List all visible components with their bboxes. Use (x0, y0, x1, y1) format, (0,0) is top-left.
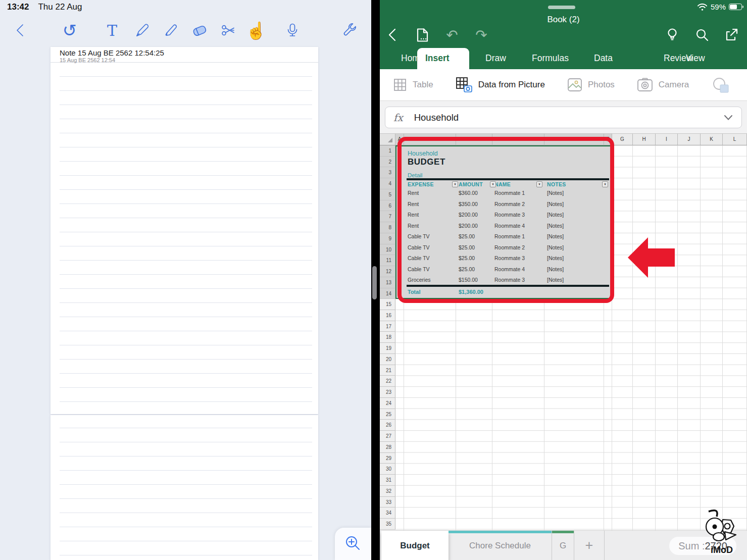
red-highlight-rectangle (397, 137, 614, 303)
row-header[interactable]: 10 (380, 244, 395, 256)
row-header[interactable]: 4 (380, 178, 395, 189)
note-page-1[interactable]: Note 15 Aug BE 2562 12:54:25 15 Aug BE 2… (51, 47, 318, 414)
row-header[interactable]: 15 (380, 299, 395, 310)
column-header[interactable]: J (678, 134, 701, 145)
row-header[interactable]: 22 (380, 376, 395, 387)
column-header[interactable]: L (723, 134, 747, 145)
column-header[interactable]: K (701, 134, 723, 145)
imod-watermark: iMoD (703, 504, 743, 556)
zoom-in-button[interactable] (335, 528, 371, 560)
row-header[interactable]: 3 (380, 167, 395, 178)
sheet-tab[interactable]: G (552, 531, 574, 560)
row-header[interactable]: 16 (380, 310, 395, 321)
ribbon-tab[interactable]: Draw (479, 48, 516, 69)
row-header[interactable]: 28 (380, 442, 395, 453)
text-tool-icon[interactable]: T (101, 18, 124, 42)
row-header[interactable]: 34 (380, 507, 395, 519)
row-header[interactable]: 20 (380, 354, 395, 365)
back-icon[interactable] (9, 18, 32, 42)
row-header[interactable]: 29 (380, 453, 395, 464)
select-all-corner[interactable] (380, 134, 395, 145)
shapes-tool[interactable] (711, 76, 731, 93)
row-header[interactable]: 6 (380, 200, 395, 212)
redo-icon[interactable]: ↷ (470, 24, 493, 46)
row-header[interactable]: 1 (380, 145, 395, 157)
share-icon[interactable] (720, 24, 743, 46)
camera-icon (637, 78, 653, 92)
row-header[interactable]: 9 (380, 233, 395, 244)
hand-select-icon[interactable]: ☝ (244, 18, 268, 42)
row-header[interactable]: 35 (380, 519, 395, 530)
row-header[interactable]: 21 (380, 365, 395, 376)
row-header[interactable]: 5 (380, 189, 395, 200)
row-header[interactable]: 13 (380, 277, 395, 288)
row-header[interactable]: 8 (380, 222, 395, 233)
row-header[interactable]: 17 (380, 321, 395, 332)
highlighter-icon[interactable] (160, 18, 183, 42)
spreadsheet-grid: ABCDEFGHIJKL 123456789101112131415161718… (380, 134, 747, 530)
back-icon[interactable] (381, 24, 404, 46)
row-header[interactable]: 12 (380, 266, 395, 277)
formula-bar: fx Household (380, 101, 747, 134)
row-header[interactable]: 27 (380, 431, 395, 442)
column-header[interactable]: H (633, 134, 656, 145)
ribbon-tab[interactable]: View (680, 48, 701, 69)
row-header[interactable]: 31 (380, 475, 395, 486)
add-sheet-button[interactable]: + (574, 531, 605, 560)
lightbulb-icon[interactable] (661, 24, 684, 46)
shapes-icon (711, 76, 731, 93)
notes-app-pane: 13:42Thu 22 Aug ↺ T ☝ Note 15 Au (0, 0, 371, 560)
row-header[interactable]: 32 (380, 486, 395, 497)
ribbon-tab[interactable]: Home (395, 48, 407, 69)
status-bar-left: 13:42Thu 22 Aug (7, 2, 82, 12)
undo-icon[interactable]: ↶ (440, 24, 464, 46)
scissors-icon[interactable] (217, 18, 240, 42)
workbook-title: Book (2) (380, 15, 747, 25)
microphone-icon[interactable] (281, 18, 304, 42)
row-header[interactable]: 2 (380, 157, 395, 168)
sheet-tab-bar: BudgetChore ScheduleG + Sum :2720 iMoD (380, 530, 747, 560)
table-tool[interactable]: Table (393, 78, 433, 92)
splitview-drag-handle[interactable] (372, 266, 377, 299)
photos-icon (567, 78, 582, 92)
excel-app-pane: 59% Book (2) ↶ ↷ HomeInsert (380, 0, 747, 560)
row-header[interactable]: 19 (380, 343, 395, 354)
excel-header: 59% Book (2) ↶ ↷ HomeInsert (380, 0, 747, 69)
splitview-divider (371, 0, 380, 560)
column-header[interactable]: G (612, 134, 633, 145)
expand-formula-chevron-icon[interactable] (723, 115, 733, 121)
pen-icon[interactable] (131, 18, 154, 42)
data-from-picture-tool[interactable]: Data from Picture (456, 77, 545, 93)
row-header[interactable]: 25 (380, 409, 395, 420)
undo-icon[interactable]: ↺ (58, 18, 81, 42)
row-header[interactable]: 14 (380, 288, 395, 299)
ribbon-tab[interactable]: Insert (417, 48, 469, 69)
row-header[interactable]: 24 (380, 398, 395, 409)
ipad-splitview-screen: 13:42Thu 22 Aug ↺ T ☝ Note 15 Au (0, 0, 747, 560)
eraser-icon[interactable] (188, 18, 211, 42)
sheet-tab[interactable]: Budget (381, 531, 449, 560)
row-header[interactable]: 33 (380, 497, 395, 508)
sum-label: Sum : (678, 540, 705, 552)
row-header[interactable]: 30 (380, 464, 395, 475)
row-header[interactable]: 18 (380, 332, 395, 343)
row-header[interactable]: 11 (380, 255, 395, 266)
formula-field[interactable]: fx Household (385, 107, 742, 128)
search-icon[interactable] (690, 24, 714, 46)
note-page-2[interactable] (51, 415, 318, 560)
sheet-tab[interactable]: Chore Schedule (449, 531, 552, 560)
photos-tool[interactable]: Photos (567, 78, 615, 92)
ruled-lines (60, 415, 312, 560)
ribbon-tab[interactable]: Formulas (526, 48, 578, 69)
camera-tool[interactable]: Camera (637, 78, 689, 92)
window-grab-handle[interactable] (548, 6, 575, 9)
row-header[interactable]: 26 (380, 420, 395, 431)
ribbon-tab[interactable]: Review (658, 48, 670, 69)
wifi-icon (697, 3, 708, 11)
ribbon-tab[interactable]: Data (588, 48, 648, 69)
file-options-icon[interactable] (411, 24, 434, 46)
column-header[interactable]: I (656, 134, 678, 145)
row-header[interactable]: 23 (380, 387, 395, 398)
row-header[interactable]: 7 (380, 211, 395, 222)
settings-wrench-icon[interactable] (338, 18, 361, 42)
